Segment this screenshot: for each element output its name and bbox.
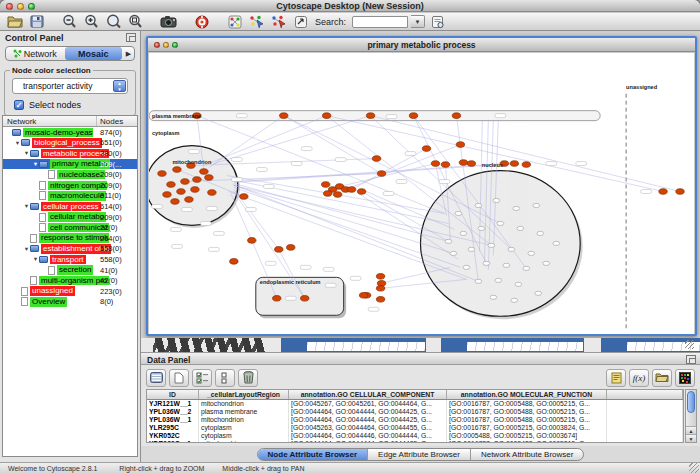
matrix-view-icon[interactable] bbox=[675, 369, 695, 387]
network-node[interactable] bbox=[333, 192, 341, 198]
network-node[interactable] bbox=[497, 221, 504, 225]
tree-item[interactable]: cell communicat22(0) bbox=[3, 222, 137, 233]
app-titlebar[interactable]: Cytoscape Desktop (New Session) bbox=[0, 0, 700, 12]
network-node[interactable] bbox=[431, 161, 439, 167]
tree-item[interactable]: response to stimulu264(0) bbox=[3, 233, 137, 244]
network-node[interactable] bbox=[322, 113, 330, 119]
network-node[interactable] bbox=[475, 279, 482, 283]
network-node[interactable] bbox=[167, 182, 175, 188]
zoom-in-icon[interactable] bbox=[82, 14, 101, 30]
network-node[interactable] bbox=[240, 194, 248, 200]
open-folder-icon[interactable] bbox=[5, 14, 24, 30]
network-node[interactable] bbox=[503, 263, 510, 267]
network-overview-icon[interactable] bbox=[225, 14, 244, 30]
zoom-out-icon[interactable] bbox=[60, 14, 79, 30]
table-row[interactable]: YKR052Ccytoplasm[GO:0044464, GO:0044446,… bbox=[147, 432, 683, 440]
network-node[interactable] bbox=[445, 239, 452, 243]
network-node[interactable] bbox=[467, 161, 475, 167]
table-scrollbar[interactable]: ▲ ▼ bbox=[685, 389, 697, 443]
network-node[interactable] bbox=[676, 189, 684, 195]
scrollbar-thumb[interactable] bbox=[687, 391, 695, 413]
color-attribute-dropdown[interactable]: transporter activity ▲▼ bbox=[12, 78, 128, 94]
tree-item[interactable]: ▼transport558(0) bbox=[3, 254, 137, 265]
network-node[interactable] bbox=[522, 162, 530, 168]
network-node[interactable] bbox=[287, 245, 295, 251]
network-edge[interactable] bbox=[209, 116, 284, 168]
network-node[interactable] bbox=[515, 282, 522, 286]
float-panel-icon[interactable] bbox=[686, 355, 696, 364]
network-node[interactable] bbox=[366, 113, 374, 119]
network-node[interactable] bbox=[372, 156, 380, 162]
attribute-table-icon[interactable] bbox=[146, 369, 166, 387]
network-node[interactable] bbox=[535, 291, 542, 295]
network-node[interactable] bbox=[459, 160, 467, 166]
network-node[interactable] bbox=[357, 189, 365, 195]
network-node[interactable] bbox=[275, 247, 283, 253]
new-attribute-icon[interactable] bbox=[169, 369, 189, 387]
network-node[interactable] bbox=[377, 171, 385, 177]
table-row[interactable]: YPL036W__2plasma membrane[GO:0044464, GO… bbox=[147, 408, 683, 416]
network-node[interactable] bbox=[376, 286, 384, 292]
network-view-window[interactable]: primary metabolic process plasma membran… bbox=[146, 36, 697, 336]
network-node[interactable] bbox=[200, 169, 208, 175]
network-node[interactable] bbox=[205, 175, 213, 181]
scroll-down-button[interactable]: ▼ bbox=[686, 434, 696, 442]
tab-network[interactable]: Network bbox=[6, 47, 64, 60]
network-edge[interactable] bbox=[204, 116, 327, 166]
column-header[interactable]: _cellularLayoutRegion bbox=[199, 390, 289, 399]
tree-item[interactable]: secretion41(0) bbox=[3, 265, 137, 276]
tree-item[interactable]: cellular metabo209(0) bbox=[3, 212, 137, 223]
network-node[interactable] bbox=[230, 259, 238, 265]
network-node[interactable] bbox=[523, 266, 530, 270]
tab-network-attribute-browser[interactable]: Network Attribute Browser bbox=[471, 449, 583, 460]
network-node[interactable] bbox=[495, 278, 502, 282]
tree-item[interactable]: nitrogen compo209(0) bbox=[3, 180, 137, 191]
select-nodes-checkbox[interactable]: ✓ bbox=[14, 100, 24, 110]
network-node[interactable] bbox=[409, 113, 417, 119]
tree-item[interactable]: mosaic-demo-yeast874(0) bbox=[3, 127, 137, 138]
network-edge[interactable] bbox=[214, 116, 371, 164]
network-node[interactable] bbox=[158, 171, 166, 177]
network-node[interactable] bbox=[463, 265, 470, 269]
tree-item[interactable]: nucleobase-209(0) bbox=[3, 169, 137, 180]
network-node[interactable] bbox=[490, 295, 497, 299]
more-tabs-arrow[interactable]: ▶ bbox=[123, 50, 134, 58]
network-node[interactable] bbox=[185, 197, 193, 203]
network-node[interactable] bbox=[163, 192, 171, 198]
tree-item[interactable]: Overview8(0) bbox=[3, 297, 137, 308]
network-node[interactable] bbox=[450, 251, 457, 255]
network-node[interactable] bbox=[659, 189, 667, 195]
tab-mosaic[interactable]: Mosaic bbox=[65, 47, 123, 60]
network-node[interactable] bbox=[273, 296, 281, 302]
search-dropdown-button[interactable]: ▼ bbox=[411, 15, 425, 28]
tree-item[interactable]: ▼primary metabo209(... bbox=[3, 159, 137, 170]
tree-item[interactable]: ▼cellular process614(0) bbox=[3, 201, 137, 212]
network-node[interactable] bbox=[347, 187, 355, 193]
network-node[interactable] bbox=[280, 113, 288, 119]
network-node[interactable] bbox=[376, 297, 384, 303]
network-node[interactable] bbox=[248, 238, 256, 244]
network-node[interactable] bbox=[359, 293, 367, 299]
network-node[interactable] bbox=[488, 243, 495, 247]
function-builder-icon[interactable]: f(x) bbox=[629, 369, 649, 387]
network-red-arrow-icon[interactable] bbox=[269, 14, 288, 30]
network-node[interactable] bbox=[177, 189, 185, 195]
float-panel-icon[interactable] bbox=[126, 33, 136, 42]
network-canvas[interactable]: plasma membranecytoplasmmitochondrionnuc… bbox=[149, 53, 694, 334]
vizmapper-document-icon[interactable] bbox=[291, 14, 310, 30]
network-node[interactable] bbox=[478, 226, 485, 230]
network-node[interactable] bbox=[171, 199, 179, 205]
network-node[interactable] bbox=[513, 206, 520, 210]
network-node[interactable] bbox=[510, 161, 518, 167]
app-resize-grip[interactable] bbox=[689, 463, 699, 473]
network-node[interactable] bbox=[422, 146, 430, 152]
tab-node-attribute-browser[interactable]: Node Attribute Browser bbox=[258, 449, 369, 460]
network-node[interactable] bbox=[553, 241, 560, 245]
save-icon[interactable] bbox=[27, 14, 46, 30]
help-lifesaver-icon[interactable] bbox=[192, 14, 211, 30]
column-header[interactable]: annotation.GO MOLECULAR_FUNCTION bbox=[447, 390, 607, 399]
attribute-report-icon[interactable] bbox=[606, 369, 626, 387]
network-node[interactable] bbox=[508, 247, 515, 251]
column-header[interactable]: ID bbox=[147, 390, 199, 399]
zoom-selected-icon[interactable] bbox=[104, 14, 123, 30]
